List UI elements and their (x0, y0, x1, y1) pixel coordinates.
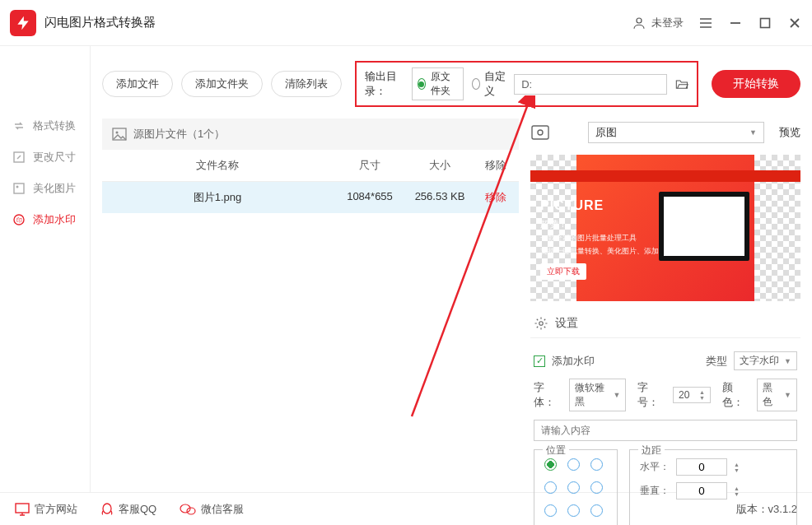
minimize-button[interactable] (728, 16, 743, 30)
close-button[interactable] (787, 16, 802, 30)
margin-h-spin[interactable]: ▲▼ (734, 462, 740, 473)
user-icon (632, 16, 646, 30)
svg-point-0 (637, 18, 642, 23)
path-input[interactable] (514, 74, 667, 95)
menu-icon[interactable] (698, 16, 713, 30)
table-row[interactable]: 图片1.png 1084*655 256.53 KB 移除 (102, 182, 519, 213)
login-button[interactable]: 未登录 (632, 16, 684, 30)
toolbar: 添加文件 添加文件夹 清除列表 输出目录： 原文件夹 自定义 开始转换 (91, 46, 812, 118)
type-select[interactable]: 文字水印▼ (734, 351, 797, 370)
browse-folder-icon[interactable] (675, 77, 688, 91)
start-convert-button[interactable]: 开始转换 (712, 70, 800, 98)
output-directory-box: 输出目录： 原文件夹 自定义 (355, 61, 698, 107)
margin-h-input[interactable] (676, 458, 727, 476)
svg-point-9 (116, 132, 119, 134)
official-website-link[interactable]: 官方网站 (15, 502, 77, 517)
cell-remove[interactable]: 移除 (473, 182, 519, 213)
font-select[interactable]: 微软雅黑▼ (569, 379, 627, 411)
cell-bytes: 256.53 KB (407, 182, 473, 213)
watermark-text-input[interactable] (534, 420, 797, 441)
convert-icon (12, 118, 26, 133)
font-size-input[interactable]: 20▲▼ (673, 387, 711, 403)
svg-rect-1 (761, 18, 770, 27)
svg-rect-3 (14, 184, 24, 193)
preview-icon (530, 124, 550, 141)
watermark-label: 添加水印 (552, 354, 595, 369)
col-bytes: 大小 (407, 150, 473, 181)
pos-tr[interactable] (590, 458, 603, 471)
pos-mr[interactable] (590, 481, 603, 494)
svg-text:印: 印 (16, 217, 22, 223)
preview-select[interactable]: 原图 ▼ (588, 122, 764, 143)
pos-mc[interactable] (567, 481, 580, 494)
position-fieldset: 位置 (534, 449, 618, 525)
pos-bl[interactable] (544, 504, 557, 517)
add-file-button[interactable]: 添加文件 (102, 71, 173, 97)
sidebar-item-resize[interactable]: 更改尺寸 (0, 142, 90, 173)
cell-name: 图片1.png (102, 182, 333, 213)
col-remove: 移除 (473, 150, 519, 181)
col-size: 尺寸 (333, 150, 407, 181)
svg-point-4 (16, 186, 19, 188)
watermark-icon: 印 (12, 212, 26, 227)
cell-size: 1084*655 (333, 182, 407, 213)
app-logo (10, 10, 36, 36)
margin-v-input[interactable] (676, 482, 727, 499)
sidebar-item-watermark[interactable]: 印 添加水印 (0, 204, 90, 235)
radio-original-folder[interactable]: 原文件夹 (412, 67, 464, 100)
preview-bar: 原图 ▼ 预览 (530, 118, 800, 146)
source-files-header: 源图片文件（1个） (102, 118, 519, 150)
sidebar: 格式转换 更改尺寸 美化图片 印 添加水印 (0, 46, 91, 492)
sidebar-item-beautify[interactable]: 美化图片 (0, 173, 90, 204)
pos-tl[interactable] (544, 458, 557, 471)
image-icon (112, 128, 127, 141)
color-select[interactable]: 黑色▼ (757, 379, 797, 411)
svg-rect-10 (532, 126, 548, 139)
svg-point-11 (538, 130, 543, 135)
maximize-button[interactable] (758, 16, 772, 30)
monitor-icon (15, 503, 30, 516)
titlebar: 闪电图片格式转换器 未登录 (0, 0, 812, 46)
margin-fieldset: 边距 水平： ▲▼ 垂直： ▲▼ (629, 449, 797, 525)
table-header: 文件名称 尺寸 大小 移除 (102, 150, 519, 182)
svg-rect-13 (16, 504, 29, 513)
radio-custom-folder[interactable]: 自定义 (472, 69, 506, 99)
app-title: 闪电图片格式转换器 (44, 15, 156, 30)
margin-v-spin[interactable]: ▲▼ (734, 486, 740, 497)
add-folder-button[interactable]: 添加文件夹 (181, 71, 263, 97)
pos-br[interactable] (590, 504, 603, 517)
col-name: 文件名称 (102, 150, 333, 181)
pos-tc[interactable] (567, 458, 580, 471)
preview-image: PICTURE 超赞！ 一款全新的图片批量处理工具 支持一键批量转换、美化图片、… (530, 155, 800, 301)
clear-list-button[interactable]: 清除列表 (271, 71, 342, 97)
output-label: 输出目录： (365, 69, 404, 99)
resize-icon (12, 150, 26, 165)
watermark-checkbox[interactable]: ✓ (534, 355, 545, 367)
pos-bc[interactable] (567, 504, 580, 517)
svg-point-12 (539, 322, 544, 326)
pos-ml[interactable] (544, 481, 557, 494)
preview-title: 预览 (779, 125, 800, 140)
settings-header: 设置 (530, 309, 800, 338)
sidebar-item-format[interactable]: 格式转换 (0, 110, 90, 142)
position-grid[interactable] (544, 458, 607, 521)
gear-icon (534, 316, 548, 331)
beautify-icon (12, 181, 26, 196)
